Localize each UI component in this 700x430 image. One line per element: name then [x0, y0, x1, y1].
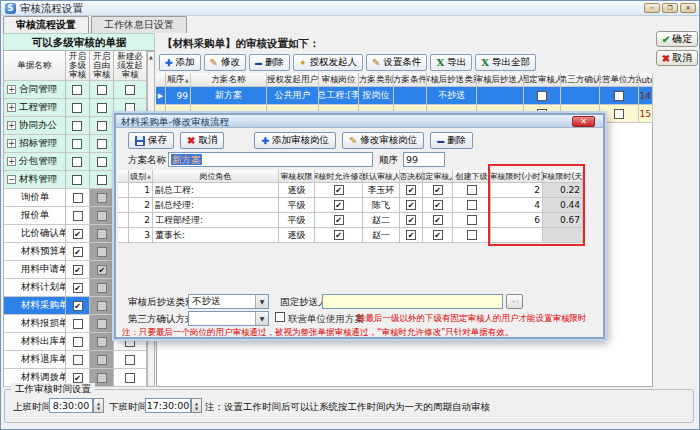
tree-row[interactable]: +合同管理	[4, 81, 147, 99]
order-input[interactable]: 99	[403, 152, 445, 167]
checkbox[interactable]	[72, 157, 82, 167]
tree-row-name-cell[interactable]: 用料申请单	[4, 261, 66, 279]
checkbox[interactable]	[97, 247, 107, 257]
checkbox[interactable]: ✔	[334, 215, 344, 225]
expand-icon[interactable]: +	[7, 85, 16, 94]
tree-row[interactable]: 材料退库单	[4, 351, 147, 369]
tree-row-name-cell[interactable]: 比价确认单	[4, 225, 66, 243]
collapse-icon[interactable]: −	[7, 175, 16, 184]
tree-row-name-cell[interactable]: 材料退库单	[4, 351, 66, 369]
start-time-spinner[interactable]: ▲▼	[93, 398, 104, 413]
checkbox[interactable]: ✔	[73, 301, 83, 311]
delete-button[interactable]: ▬删除	[249, 54, 290, 71]
restore-button[interactable]: ❐	[662, 3, 678, 13]
checkbox[interactable]	[97, 211, 107, 221]
cancel-button[interactable]: ✖取消	[180, 132, 224, 149]
checkbox[interactable]	[72, 121, 82, 131]
delete-post-button[interactable]: ▬删除	[430, 132, 473, 149]
post-grid-row[interactable]: 3董事长:逐级✔赵一✔✔	[118, 228, 583, 243]
checkbox[interactable]	[97, 283, 107, 293]
checkbox[interactable]: ✔	[334, 200, 344, 210]
tree-row-name-cell[interactable]: −材料管理	[4, 171, 66, 189]
joint-plan-checkbox[interactable]	[275, 312, 285, 322]
export-all-button[interactable]: X导出全部	[475, 54, 536, 71]
close-button[interactable]: ✕	[680, 3, 696, 13]
checkbox[interactable]: ✔	[73, 373, 83, 383]
third-party-select[interactable]: ▼	[188, 311, 269, 326]
checkbox[interactable]: ✔	[406, 215, 416, 225]
checkbox[interactable]: ✔	[433, 185, 443, 195]
checkbox[interactable]	[97, 157, 107, 167]
expand-icon[interactable]: +	[7, 103, 16, 112]
checkbox[interactable]	[97, 319, 107, 329]
add-button[interactable]: ✚添加	[159, 54, 201, 71]
modify-button[interactable]: ✎修改	[204, 54, 246, 71]
checkbox[interactable]: ✔	[334, 185, 344, 195]
authorize-initiator-button[interactable]: ✦授权发起人	[293, 54, 363, 71]
checkbox[interactable]	[72, 85, 82, 95]
end-time-input[interactable]: 17:30:00	[145, 398, 191, 413]
checkbox[interactable]	[73, 193, 83, 203]
checkbox[interactable]	[467, 230, 477, 240]
export-button[interactable]: X导出	[430, 54, 472, 71]
checkbox[interactable]: ✔	[433, 200, 443, 210]
checkbox[interactable]	[97, 337, 107, 347]
checkbox[interactable]: ✔	[73, 265, 83, 275]
ok-button[interactable]: ✔ 确定	[656, 31, 698, 47]
post-grid-row[interactable]: 2工程部经理:平级✔赵二✔✔60.67	[118, 213, 583, 228]
checkbox[interactable]: ✔	[73, 247, 83, 257]
post-grid-row[interactable]: 1副总工程:逐级✔李玉环✔✔20.22	[118, 183, 583, 198]
tree-row-name-cell[interactable]: +工程管理	[4, 99, 66, 117]
tree-row-name-cell[interactable]: +招标管理	[4, 135, 66, 153]
checkbox[interactable]	[97, 193, 107, 203]
tab-审核流程设置[interactable]: 审核流程设置	[3, 16, 89, 34]
checkbox[interactable]: ✔	[433, 230, 443, 240]
checkbox[interactable]	[467, 185, 477, 195]
checkbox[interactable]	[97, 139, 107, 149]
checkbox[interactable]	[72, 175, 82, 185]
checkbox[interactable]	[73, 355, 83, 365]
checkbox[interactable]	[72, 139, 82, 149]
checkbox[interactable]	[467, 200, 477, 210]
checkbox[interactable]	[73, 319, 83, 329]
expand-icon[interactable]: +	[7, 139, 16, 148]
dialog-close-button[interactable]: ✕	[572, 116, 595, 127]
post-grid-row[interactable]: 2副总经理:平级✔陈飞✔✔40.44	[118, 198, 583, 213]
add-post-button[interactable]: ✚添加审核岗位	[254, 132, 336, 149]
tree-row-name-cell[interactable]: 材料预算单	[4, 243, 66, 261]
plan-name-input[interactable]: 新方案	[168, 152, 373, 167]
checkbox[interactable]	[537, 91, 547, 101]
checkbox[interactable]: ✔	[73, 229, 83, 239]
plan-grid-row[interactable]: ▶99新方案公共用户副总工程:[李玉按岗位不抄送214	[156, 87, 653, 105]
checkbox[interactable]	[97, 355, 107, 365]
minimize-button[interactable]: ─	[644, 3, 660, 13]
cc-type-select[interactable]: 不抄送 ▼	[188, 294, 269, 309]
cc-person-input[interactable]	[322, 294, 503, 309]
checkbox[interactable]	[97, 121, 107, 131]
checkbox[interactable]	[97, 85, 107, 95]
checkbox[interactable]	[125, 373, 135, 383]
checkbox[interactable]	[97, 229, 107, 239]
tree-row-name-cell[interactable]: +分包管理	[4, 153, 66, 171]
checkbox[interactable]	[97, 103, 107, 113]
start-time-input[interactable]: 8:30:00	[49, 398, 93, 413]
tree-row-name-cell[interactable]: 报价单	[4, 207, 66, 225]
modify-post-button[interactable]: ✎修改审核岗位	[342, 132, 424, 149]
checkbox[interactable]	[467, 215, 477, 225]
checkbox[interactable]: ✔	[334, 230, 344, 240]
checkbox[interactable]	[73, 337, 83, 347]
checkbox[interactable]	[125, 103, 135, 113]
expand-icon[interactable]: +	[7, 121, 16, 130]
checkbox[interactable]	[125, 85, 135, 95]
checkbox[interactable]	[73, 211, 83, 221]
save-button[interactable]: 保存	[128, 132, 174, 149]
cancel-button[interactable]: ✖ 取消	[656, 50, 698, 66]
checkbox[interactable]	[72, 103, 82, 113]
set-condition-button[interactable]: ✎设置条件	[366, 54, 427, 71]
checkbox[interactable]: ✔	[433, 215, 443, 225]
checkbox[interactable]	[614, 91, 624, 101]
tab-工作休息日设置[interactable]: 工作休息日设置	[91, 16, 187, 33]
checkbox[interactable]: ✔	[97, 265, 107, 275]
checkbox[interactable]: ✔	[406, 185, 416, 195]
checkbox[interactable]	[125, 355, 135, 365]
